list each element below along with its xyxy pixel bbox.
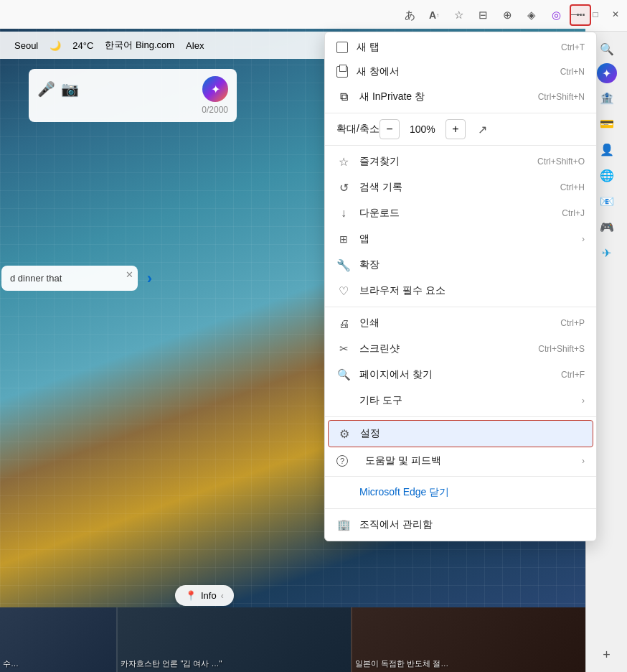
sidebar-copilot-icon[interactable]: ✦: [597, 63, 617, 83]
temperature-label: 24°C: [72, 40, 93, 51]
wallet-icon[interactable]: ◈: [521, 4, 542, 26]
menu-print[interactable]: 🖨 인쇄 Ctrl+P: [325, 310, 596, 336]
collections-icon[interactable]: ⊕: [496, 4, 518, 26]
copilot-orb[interactable]: ✦: [202, 76, 228, 102]
menu-downloads[interactable]: ↓ 다운로드 Ctrl+J: [325, 200, 596, 226]
downloads-icon: ↓: [336, 206, 351, 220]
news-label-0: 수…: [3, 658, 113, 669]
close-edge-icon: [336, 485, 351, 500]
search-input-row: 🎤 📷 ✦: [37, 76, 228, 102]
zoom-percent-label: 100%: [408, 123, 437, 135]
apps-arrow: ›: [582, 234, 585, 244]
search-counter: 0/2000: [37, 105, 228, 115]
menu-browser-essentials-label: 브라우저 필수 요소: [359, 284, 446, 297]
divider-3: [325, 307, 596, 307]
menu-new-tab[interactable]: 새 탭 Ctrl+T: [325, 35, 596, 60]
menu-help[interactable]: ? 도움말 및 피드백 ›: [325, 449, 596, 473]
menu-close-edge[interactable]: Microsoft Edge 닫기: [325, 480, 596, 505]
sidebar-add-button[interactable]: +: [595, 643, 618, 666]
screenshot-icon: ✂: [336, 342, 351, 356]
minimize-button[interactable]: —: [568, 7, 583, 22]
sidebar-favorites-icon[interactable]: 🏦: [595, 86, 618, 109]
sidebar-globe-icon[interactable]: 🌐: [595, 164, 618, 187]
sidebar-telegram-icon[interactable]: ✈: [595, 241, 618, 264]
zoom-row: 확대/축소 − 100% + ↗: [325, 116, 596, 142]
news-item-1[interactable]: 카자흐스탄 언론 "김 여사 …": [116, 607, 351, 672]
zoom-controls: − 100% + ↗: [380, 119, 491, 139]
divider-1: [325, 113, 596, 113]
menu-find[interactable]: 🔍 페이지에서 찾기 Ctrl+F: [325, 362, 596, 388]
menu-extensions-label: 확장: [359, 258, 380, 271]
menu-history[interactable]: ↺ 검색 기록 Ctrl+H: [325, 174, 596, 200]
zoom-plus-button[interactable]: +: [446, 119, 466, 139]
menu-org-manage[interactable]: 🏢 조직에서 관리함: [325, 512, 596, 538]
menu-find-label: 페이지에서 찾기: [359, 368, 433, 381]
site-label: 한국어 Bing.com: [105, 39, 174, 52]
favorite-icon[interactable]: ☆: [448, 4, 469, 26]
find-shortcut: Ctrl+F: [561, 370, 585, 380]
copilot-icon[interactable]: ◎: [545, 4, 567, 26]
history-shortcut: Ctrl+H: [560, 182, 585, 192]
settings-icon: ⚙: [337, 426, 352, 441]
print-shortcut: Ctrl+P: [560, 318, 585, 328]
tab-icon[interactable]: ⊟: [472, 4, 494, 26]
inprivate-shortcut: Ctrl+Shift+N: [538, 92, 585, 102]
print-icon: 🖨: [336, 316, 351, 330]
menu-extensions[interactable]: 🔧 확장: [325, 252, 596, 278]
menu-other-tools[interactable]: 기타 도구 ›: [325, 388, 596, 414]
zoom-label: 확대/축소: [336, 123, 380, 136]
maximize-button[interactable]: □: [588, 7, 603, 22]
news-item-0[interactable]: 수…: [0, 607, 116, 672]
sidebar-wallet-icon[interactable]: 💳: [595, 112, 618, 135]
news-item-2[interactable]: 일본이 독점한 반도체 절…: [351, 607, 585, 672]
menu-print-label: 인쇄: [359, 317, 380, 330]
menu-browser-essentials[interactable]: ♡ 브라우저 필수 요소: [325, 278, 596, 304]
sidebar-profile-icon[interactable]: 👤: [595, 138, 618, 161]
menu-apps[interactable]: ⊞ 앱 ›: [325, 226, 596, 252]
font-icon[interactable]: A↑: [423, 4, 445, 26]
extensions-icon: 🔧: [336, 258, 351, 272]
menu-downloads-label: 다운로드: [359, 207, 400, 220]
menu-history-label: 검색 기록: [359, 181, 402, 194]
favorites-shortcut: Ctrl+Shift+O: [537, 157, 585, 167]
menu-favorites[interactable]: ☆ 즐겨찾기 Ctrl+Shift+O: [325, 149, 596, 174]
menu-new-window[interactable]: 새 창에서 Ctrl+N: [325, 60, 596, 84]
new-window-shortcut: Ctrl+N: [560, 67, 585, 77]
menu-screenshot[interactable]: ✂ 스크린샷 Ctrl+Shift+S: [325, 336, 596, 362]
zoom-fullscreen-button[interactable]: ↗: [474, 121, 491, 138]
sidebar-mail-icon[interactable]: 📧: [595, 190, 618, 213]
news-label-1: 카자흐스탄 언론 "김 여사 …": [121, 658, 348, 669]
chat-close-button[interactable]: ✕: [126, 269, 133, 280]
search-area: 🎤 📷 ✦ 0/2000: [29, 69, 237, 122]
info-button[interactable]: 📍 Info ‹: [175, 585, 234, 606]
dropdown-menu: 새 탭 Ctrl+T 새 창에서 Ctrl+N ⧉ 새 InPrivate 창 …: [324, 32, 597, 541]
chat-next-arrow[interactable]: ›: [147, 269, 152, 288]
info-label: Info: [201, 590, 217, 601]
menu-other-tools-label: 기타 도구: [359, 394, 402, 407]
microphone-icon[interactable]: 🎤: [37, 80, 55, 98]
help-arrow: ›: [582, 456, 585, 466]
menu-settings[interactable]: ⚙ 설정: [328, 420, 593, 447]
menu-org-manage-label: 조직에서 관리함: [359, 518, 433, 531]
menu-favorites-label: 즐겨찾기: [359, 155, 400, 168]
translate-icon[interactable]: あ: [399, 4, 420, 26]
divider-5: [325, 476, 596, 477]
zoom-minus-button[interactable]: −: [380, 119, 400, 139]
divider-4: [325, 416, 596, 417]
chat-text: d dinner that: [10, 273, 62, 284]
new-window-icon: [336, 66, 348, 78]
new-tab-icon: [336, 42, 348, 53]
divider-2: [325, 145, 596, 146]
other-tools-icon: [336, 393, 351, 408]
close-button[interactable]: ✕: [608, 7, 623, 22]
user-label: Alex: [186, 40, 204, 51]
news-strip: 수… 카자흐스탄 언론 "김 여사 …" 일본이 독점한 반도체 절…: [0, 607, 585, 672]
sidebar-game-icon[interactable]: 🎮: [595, 215, 618, 238]
browser-essentials-icon: ♡: [336, 284, 351, 298]
sidebar-search-icon[interactable]: 🔍: [595, 37, 618, 60]
menu-inprivate[interactable]: ⧉ 새 InPrivate 창 Ctrl+Shift+N: [325, 84, 596, 110]
screenshot-shortcut: Ctrl+Shift+S: [538, 344, 585, 354]
new-tab-shortcut: Ctrl+T: [561, 42, 585, 52]
history-icon: ↺: [336, 180, 351, 195]
camera-icon[interactable]: 📷: [61, 80, 79, 98]
